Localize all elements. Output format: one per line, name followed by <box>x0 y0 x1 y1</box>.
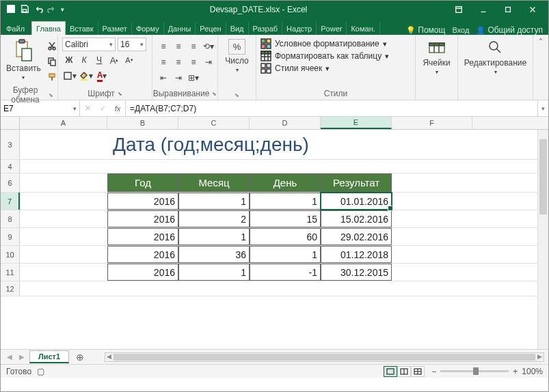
col-header-b[interactable]: B <box>107 117 178 129</box>
expand-formula-bar-icon[interactable]: ▾ <box>537 100 548 116</box>
tab-formulas[interactable]: Форму <box>132 22 164 35</box>
tab-developer[interactable]: Разраб <box>249 22 283 35</box>
zoom-in-icon[interactable]: + <box>513 367 518 376</box>
col-header-d[interactable]: D <box>250 117 321 129</box>
row-header[interactable]: 3 <box>1 130 20 159</box>
align-left-icon[interactable]: ≡ <box>157 55 170 69</box>
align-center-icon[interactable]: ≡ <box>172 55 185 69</box>
tab-layout[interactable]: Размет <box>98 22 132 35</box>
cell[interactable]: 2016 <box>107 228 178 245</box>
macro-record-icon[interactable]: ▢ <box>37 367 44 376</box>
cell[interactable]: 30.12.2015 <box>321 264 392 281</box>
undo-icon[interactable] <box>34 4 43 16</box>
cell[interactable]: 2016 <box>107 246 178 263</box>
cell[interactable]: 1 <box>178 264 250 281</box>
cancel-formula-icon[interactable]: ✕ <box>80 104 95 113</box>
cell[interactable]: 29.02.2016 <box>321 228 392 245</box>
cell-styles-button[interactable]: Стили ячеек ▾ <box>260 62 411 74</box>
number-format-button[interactable]: % Число▾ <box>222 38 252 74</box>
name-box[interactable]: E7▾ <box>1 100 80 116</box>
zoom-value[interactable]: 100% <box>522 367 543 376</box>
table-header[interactable]: Месяц <box>178 173 250 192</box>
sheet-nav-prev-icon[interactable]: ◀ <box>5 353 14 361</box>
align-bottom-icon[interactable]: ≡ <box>187 40 200 53</box>
collapse-ribbon-icon[interactable]: ˄ <box>533 35 548 100</box>
cell[interactable]: 15.02.2016 <box>321 210 392 227</box>
share-button[interactable]: 👤 Общий доступ <box>476 25 543 35</box>
title-cell[interactable]: Дата (год;месяц;день) <box>107 130 401 159</box>
col-header-c[interactable]: C <box>178 117 250 129</box>
formula-input[interactable]: =ДАТА(B7;C7;D7) <box>126 100 537 116</box>
indent-dec-icon[interactable]: ⇤ <box>157 71 170 85</box>
cell[interactable]: 1 <box>178 228 250 245</box>
align-middle-icon[interactable]: ≡ <box>172 40 185 53</box>
conditional-formatting-button[interactable]: Условное форматирование ▾ <box>260 38 411 50</box>
editing-button[interactable]: Редактирование▾ <box>462 38 528 76</box>
tab-team[interactable]: Коман. <box>347 22 379 35</box>
align-top-icon[interactable]: ≡ <box>157 40 170 53</box>
maximize-icon[interactable] <box>496 2 520 17</box>
tab-view[interactable]: Вид <box>226 22 249 35</box>
worksheet-grid[interactable]: A B C D E F 3 Дата (год;месяц;день) 4 6 … <box>1 117 548 349</box>
wrap-text-icon[interactable]: ⇥ <box>202 55 215 69</box>
tab-home[interactable]: Главна <box>31 21 66 35</box>
merge-icon[interactable]: ⊞▾ <box>187 71 200 85</box>
fx-icon[interactable]: fx <box>110 104 125 113</box>
cut-icon[interactable] <box>45 39 59 53</box>
add-sheet-icon[interactable]: ⊕ <box>72 352 88 363</box>
cell[interactable]: 2016 <box>107 193 178 210</box>
col-header-e[interactable]: E <box>321 117 392 129</box>
font-color-icon[interactable]: A▾ <box>95 69 109 83</box>
row-header[interactable]: 9 <box>1 228 20 245</box>
tab-data[interactable]: Данны <box>164 22 196 35</box>
format-as-table-button[interactable]: Форматировать как таблицу ▾ <box>260 50 411 62</box>
minimize-icon[interactable] <box>472 2 495 17</box>
font-shrink-icon[interactable]: A▾ <box>122 53 136 67</box>
selected-cell[interactable]: 01.01.2016 <box>321 193 392 210</box>
zoom-out-icon[interactable]: − <box>431 367 436 376</box>
border-icon[interactable]: ▾ <box>62 69 77 83</box>
sheet-nav-next-icon[interactable]: ▶ <box>17 353 27 361</box>
fill-color-icon[interactable]: ▾ <box>79 69 94 83</box>
view-pagebreak-icon[interactable] <box>411 366 425 377</box>
table-header[interactable]: День <box>250 173 321 192</box>
cell[interactable]: 15 <box>250 210 321 227</box>
indent-inc-icon[interactable]: ⇥ <box>172 71 185 85</box>
tab-addins[interactable]: Надстр <box>282 22 317 35</box>
paste-button[interactable]: Вставить▾ <box>5 38 42 82</box>
select-all-corner[interactable] <box>1 117 20 129</box>
tab-file[interactable]: Файл <box>2 22 31 35</box>
cell[interactable]: -1 <box>250 264 321 281</box>
sheet-tab-active[interactable]: Лист1 <box>29 350 69 363</box>
vertical-scrollbar[interactable] <box>537 130 548 349</box>
close-icon[interactable] <box>521 2 544 17</box>
italic-button[interactable]: К <box>77 53 91 67</box>
enter-formula-icon[interactable]: ✓ <box>95 104 110 113</box>
row-header[interactable]: 11 <box>1 264 20 281</box>
underline-button[interactable]: Ч <box>92 53 106 67</box>
font-size-combo[interactable]: 16▾ <box>118 38 146 51</box>
align-right-icon[interactable]: ≡ <box>187 55 200 69</box>
row-header[interactable]: 10 <box>1 246 20 263</box>
tell-me[interactable]: 💡 Помощ <box>406 25 445 35</box>
view-normal-icon[interactable] <box>384 366 397 377</box>
row-header[interactable]: 7 <box>1 193 20 210</box>
zoom-slider[interactable] <box>440 370 509 372</box>
cell[interactable]: 2016 <box>107 264 178 281</box>
cell[interactable]: 2016 <box>107 210 178 227</box>
save-icon[interactable] <box>20 4 29 16</box>
font-grow-icon[interactable]: A▴ <box>107 53 121 67</box>
row-header[interactable]: 6 <box>1 173 20 192</box>
row-header[interactable]: 4 <box>1 160 20 173</box>
bold-button[interactable]: Ж <box>62 53 76 67</box>
redo-icon[interactable] <box>47 4 57 16</box>
cell[interactable]: 1 <box>250 246 321 263</box>
font-name-combo[interactable]: Calibri▾ <box>62 38 116 51</box>
horizontal-scrollbar[interactable]: ◀▶ <box>105 352 544 362</box>
tab-insert[interactable]: Вставк <box>66 22 98 35</box>
cells-button[interactable]: Ячейки▾ <box>420 38 453 76</box>
cell[interactable]: 01.12.2018 <box>321 246 392 263</box>
row-header[interactable]: 8 <box>1 210 20 227</box>
copy-icon[interactable] <box>45 55 59 68</box>
tab-power[interactable]: Power <box>317 22 347 35</box>
